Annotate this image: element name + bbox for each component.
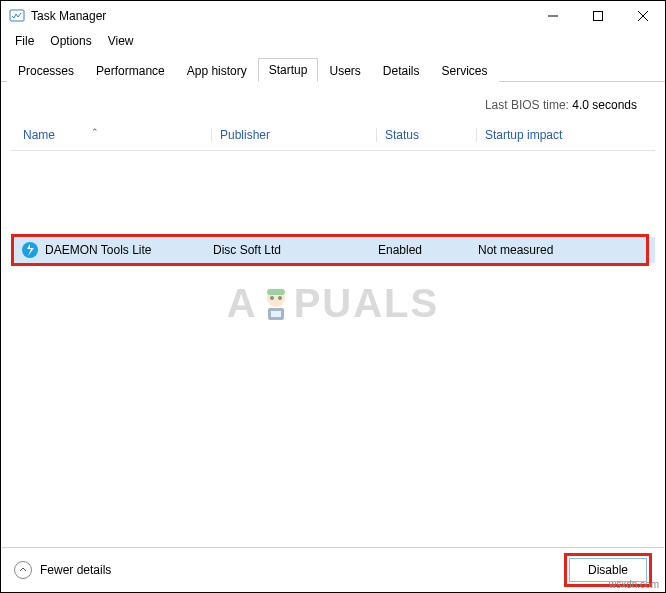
- fewer-details-button[interactable]: Fewer details: [14, 561, 111, 579]
- menu-file[interactable]: File: [7, 32, 42, 50]
- svg-point-9: [278, 296, 282, 300]
- window-controls: [530, 1, 665, 31]
- column-header-startup-impact[interactable]: Startup impact: [476, 128, 655, 142]
- menu-options[interactable]: Options: [42, 32, 99, 50]
- svg-rect-10: [268, 308, 284, 320]
- sort-indicator-icon: ⌃: [91, 127, 99, 137]
- watermark: A PUALS: [11, 281, 655, 326]
- bios-time-line: Last BIOS time: 4.0 seconds: [11, 92, 655, 122]
- tab-processes[interactable]: Processes: [7, 59, 85, 82]
- row-status: Enabled: [370, 243, 470, 257]
- row-publisher: Disc Soft Ltd: [205, 243, 370, 257]
- tab-performance[interactable]: Performance: [85, 59, 176, 82]
- table-row[interactable]: DAEMON Tools Lite Disc Soft Ltd Enabled …: [11, 237, 655, 263]
- fewer-details-label: Fewer details: [40, 563, 111, 577]
- watermark-text-right: PUALS: [294, 281, 440, 326]
- startup-list: DAEMON Tools Lite Disc Soft Ltd Enabled …: [11, 151, 655, 481]
- row-name: DAEMON Tools Lite: [45, 243, 151, 257]
- svg-point-6: [267, 289, 285, 307]
- svg-rect-7: [267, 289, 285, 295]
- svg-point-8: [270, 296, 274, 300]
- tab-startup[interactable]: Startup: [258, 58, 319, 82]
- titlebar: Task Manager: [1, 1, 665, 31]
- watermark-text-left: A: [227, 281, 258, 326]
- bottom-bar: Fewer details Disable: [2, 547, 664, 591]
- column-header-status[interactable]: Status: [376, 128, 476, 142]
- tabstrip: Processes Performance App history Startu…: [1, 57, 665, 82]
- minimize-button[interactable]: [530, 1, 575, 31]
- svg-rect-2: [593, 12, 602, 21]
- column-header-name[interactable]: Name ⌃: [11, 128, 211, 142]
- close-button[interactable]: [620, 1, 665, 31]
- watermark-mascot-icon: [256, 284, 296, 324]
- tab-app-history[interactable]: App history: [176, 59, 258, 82]
- column-headers: Name ⌃ Publisher Status Startup impact: [11, 122, 655, 151]
- bios-time-value: 4.0 seconds: [572, 98, 637, 112]
- row-impact: Not measured: [470, 243, 655, 257]
- tab-details[interactable]: Details: [372, 59, 431, 82]
- tab-content: Last BIOS time: 4.0 seconds Name ⌃ Publi…: [1, 82, 665, 481]
- disable-button[interactable]: Disable: [569, 558, 647, 582]
- menu-view[interactable]: View: [100, 32, 142, 50]
- tab-services[interactable]: Services: [431, 59, 499, 82]
- task-manager-icon: [9, 8, 25, 24]
- menubar: File Options View: [1, 31, 665, 51]
- tab-users[interactable]: Users: [318, 59, 371, 82]
- column-header-name-label: Name: [23, 128, 55, 142]
- source-watermark: wsxdn.com: [609, 579, 659, 590]
- bios-time-label: Last BIOS time:: [485, 98, 569, 112]
- window-title: Task Manager: [31, 9, 106, 23]
- maximize-button[interactable]: [575, 1, 620, 31]
- daemon-tools-icon: [21, 241, 39, 259]
- chevron-up-icon: [14, 561, 32, 579]
- svg-rect-11: [271, 311, 281, 317]
- column-header-publisher[interactable]: Publisher: [211, 128, 376, 142]
